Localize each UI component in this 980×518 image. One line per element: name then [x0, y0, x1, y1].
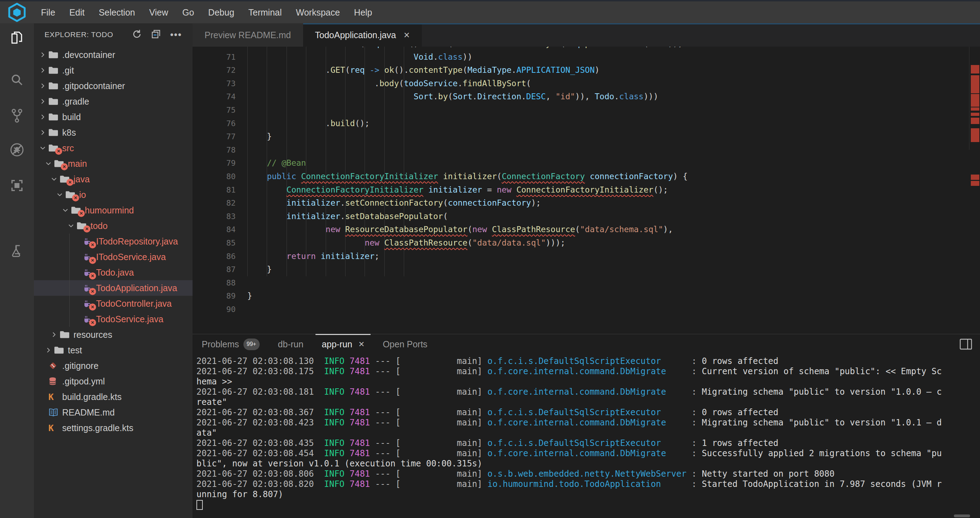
explorer-files-icon[interactable]: [0, 30, 34, 46]
tree-item-Todo.java[interactable]: ✕Todo.java: [34, 265, 192, 280]
horizontal-scrollbar-thumb[interactable]: [954, 515, 970, 517]
chevron-down-icon: [56, 191, 63, 198]
plugins-icon[interactable]: [0, 177, 34, 194]
panel-tab-db-run[interactable]: db-run: [269, 334, 313, 354]
tree-item-.gitignore[interactable]: .gitignore: [34, 358, 192, 373]
code-line-content: .GET(req -> ok().contentType(MediaType.A…: [247, 65, 600, 75]
code-line-73[interactable]: 73 .body(todoService.findAllBySort(: [192, 77, 969, 91]
terminal-line: 2021-06-27 02:03:08.181 INFO 7481 --- [ …: [196, 387, 980, 397]
tree-item-java[interactable]: ✕java: [34, 171, 192, 187]
tree-item-TodoController.java[interactable]: ✕TodoController.java: [34, 296, 192, 311]
folder-icon-slot: ✕: [60, 175, 70, 183]
menu-workspace[interactable]: Workspace: [289, 7, 347, 18]
folder-icon-slot: [54, 346, 65, 354]
code-line-71[interactable]: 71 Void.class)): [192, 51, 969, 64]
menu-terminal[interactable]: Terminal: [241, 7, 289, 18]
tree-item-humourmind[interactable]: ✕humourmind: [34, 202, 192, 218]
tab-todoapplication-java[interactable]: TodoApplication.java×: [303, 23, 422, 47]
tree-item-todo[interactable]: ✕todo: [34, 218, 192, 234]
panel-tab-problems[interactable]: Problems99+: [192, 334, 269, 354]
terminal-line: ata": [196, 428, 980, 438]
tree-item-label: build.gradle.kts: [62, 392, 121, 402]
tree-item-ITodoService.java[interactable]: ✕ITodoService.java: [34, 249, 192, 265]
more-actions-icon[interactable]: •••: [170, 33, 182, 37]
tests-flask-icon[interactable]: [0, 243, 34, 259]
tree-item-.gradle[interactable]: .gradle: [34, 94, 192, 109]
tree-item-build.gradle.kts[interactable]: Kbuild.gradle.kts: [34, 389, 192, 405]
error-mark: [971, 118, 979, 124]
code-line-82[interactable]: 82 initializer.setConnectionFactory(conn…: [192, 196, 969, 210]
code-line-70[interactable]: 70 .DELETE(req -> ok().build(todoService…: [192, 47, 969, 51]
line-number: 70: [192, 47, 235, 51]
close-icon[interactable]: ×: [359, 338, 364, 350]
tree-item-resources[interactable]: resources: [34, 327, 192, 343]
tree-item-.devcontainer[interactable]: .devcontainer: [34, 47, 192, 62]
search-icon[interactable]: [0, 72, 34, 88]
menu-edit[interactable]: Edit: [62, 7, 92, 18]
menu-debug[interactable]: Debug: [201, 7, 241, 18]
active-tab-accent-line: [303, 23, 980, 24]
line-number: 71: [192, 51, 235, 64]
line-number: 75: [192, 104, 235, 117]
code-line-75[interactable]: 75: [192, 104, 969, 117]
tree-item-.gitpod.yml[interactable]: .gitpod.yml: [34, 373, 192, 389]
tree-item-settings.gradle.kts[interactable]: Ksettings.gradle.kts: [34, 420, 192, 436]
panel-tab-app-run[interactable]: app-run×: [313, 334, 374, 354]
code-line-content: Void.class)): [247, 52, 473, 62]
java-icon-slot: ✕: [82, 299, 93, 308]
code-line-89[interactable]: 89}: [192, 289, 969, 303]
tab-preview-readme-md[interactable]: Preview README.md: [192, 23, 303, 47]
tree-item-TodoApplication.java[interactable]: ✕TodoApplication.java: [34, 280, 192, 296]
tree-item-test[interactable]: test: [34, 343, 192, 358]
tree-item-.gitpodcontainer[interactable]: .gitpodcontainer: [34, 78, 192, 94]
code-line-83[interactable]: 83 initializer.setDatabasePopulator(: [192, 210, 969, 223]
refresh-icon[interactable]: [131, 29, 142, 41]
terminal-line: 2021-06-27 02:03:08.130 INFO 7481 --- [ …: [196, 356, 980, 367]
code-line-85[interactable]: 85 new ClassPathResource("data/data.sql"…: [192, 236, 969, 250]
gitpod-logo-icon: [7, 2, 27, 22]
code-line-84[interactable]: 84 new ResourceDatabasePopulator(new Cla…: [192, 223, 969, 236]
error-mark: [971, 65, 979, 73]
menu-go[interactable]: Go: [175, 7, 201, 18]
line-number: 84: [192, 223, 235, 236]
line-number: 74: [192, 90, 235, 104]
overview-ruler[interactable]: [969, 47, 980, 150]
tree-item-k8s[interactable]: k8s: [34, 125, 192, 140]
menu-help[interactable]: Help: [347, 7, 379, 18]
code-line-88[interactable]: 88: [192, 276, 969, 290]
tree-item-build[interactable]: build: [34, 109, 192, 125]
menu-view[interactable]: View: [142, 7, 175, 18]
code-line-74[interactable]: 74 Sort.by(Sort.Direction.DESC, "id")), …: [192, 90, 969, 104]
code-line-80[interactable]: 80 public ConnectionFactoryInitializer i…: [192, 170, 969, 183]
code-line-78[interactable]: 78: [192, 143, 969, 157]
tree-item-main[interactable]: ✕main: [34, 156, 192, 171]
close-icon[interactable]: ×: [404, 32, 410, 38]
tree-item-.git[interactable]: .git: [34, 62, 192, 78]
code-editor[interactable]: 70 .DELETE(req -> ok().build(todoService…: [192, 47, 969, 334]
menu-selection[interactable]: Selection: [92, 7, 142, 18]
source-control-icon[interactable]: [0, 107, 34, 124]
panel-layout-icon[interactable]: [959, 338, 972, 351]
code-line-79[interactable]: 79 // @Bean: [192, 156, 969, 170]
code-line-72[interactable]: 72 .GET(req -> ok().contentType(MediaTyp…: [192, 64, 969, 77]
code-line-77[interactable]: 77 }: [192, 130, 969, 143]
collapse-all-icon[interactable]: [151, 28, 162, 41]
tree-item-README.md[interactable]: README.md: [34, 405, 192, 420]
code-line-86[interactable]: 86 return initializer;: [192, 250, 969, 263]
code-line-76[interactable]: 76 .build();: [192, 117, 969, 131]
tree-item-src[interactable]: ✕src: [34, 140, 192, 156]
app-logo[interactable]: [0, 2, 34, 22]
terminal-output[interactable]: 2021-06-27 02:03:08.130 INFO 7481 --- [ …: [196, 356, 980, 518]
tree-item-io[interactable]: ✕io: [34, 187, 192, 202]
code-line-81[interactable]: 81 ConnectionFactoryInitializer initiali…: [192, 183, 969, 197]
menu-file[interactable]: File: [34, 7, 62, 18]
tree-item-TodoService.java[interactable]: ✕TodoService.java: [34, 311, 192, 327]
tree-item-ITodoRepository.java[interactable]: ✕ITodoRepository.java: [34, 234, 192, 249]
kotlin-gradle-file-icon: K: [48, 423, 54, 433]
terminal-line: [196, 500, 980, 510]
code-line-90[interactable]: 90: [192, 303, 969, 316]
code-line-87[interactable]: 87 }: [192, 263, 969, 276]
folder-icon-slot: [48, 97, 59, 106]
panel-tab-open-ports[interactable]: Open Ports: [374, 334, 436, 354]
debug-disabled-icon[interactable]: [0, 141, 34, 158]
